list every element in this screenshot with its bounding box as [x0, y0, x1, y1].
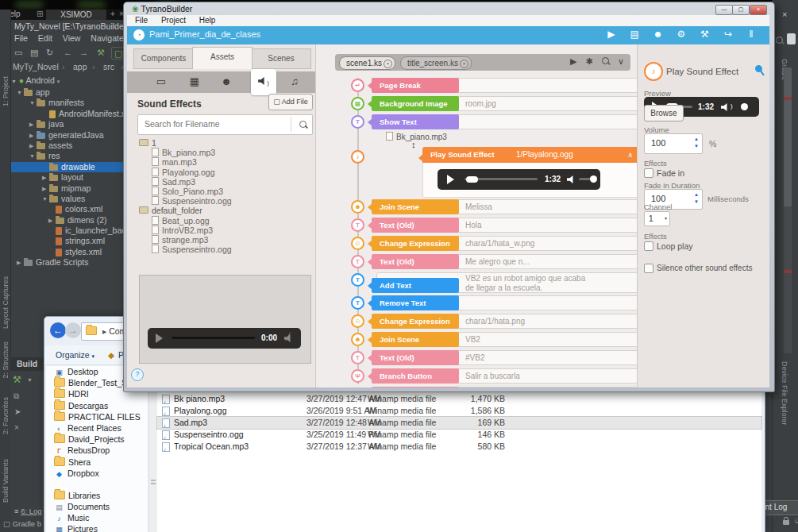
sidebar-item[interactable]: ♪Music	[46, 512, 148, 523]
tree-arrow-icon[interactable]: ▼	[29, 151, 37, 161]
organize-button[interactable]: Organize ▾	[56, 345, 94, 366]
asset-tree-item[interactable]: strange.mp3	[137, 235, 311, 245]
asset-tree-item[interactable]: Solo_Piano.mp3	[137, 187, 311, 196]
play-icon[interactable]	[447, 175, 454, 184]
characters-icon[interactable]: ☻	[218, 75, 235, 87]
sidebar-item[interactable]: ▦Pictures	[46, 523, 148, 532]
asset-tree-item[interactable]: man.mp3	[137, 157, 311, 167]
component-row[interactable]: ↵ Page Break ×	[372, 78, 653, 94]
as-menu-view[interactable]: View	[63, 33, 81, 43]
tab-assets[interactable]: Assets	[192, 47, 253, 69]
status-log[interactable]: ≡ 6: Log	[14, 507, 42, 515]
status-gradle[interactable]: ▢ Gradle b	[3, 519, 41, 528]
forward-button[interactable]: →	[65, 322, 81, 338]
silence-checkbox[interactable]	[644, 264, 653, 273]
sidebar-item[interactable]: ◆Dropbox	[46, 468, 148, 479]
project-tree-item[interactable]: ▼manifests	[10, 98, 127, 108]
search-input[interactable]	[143, 118, 285, 129]
tb-menu-file[interactable]: File	[135, 16, 148, 25]
tb-title-bar[interactable]: ❀ TyranoBuilder	[132, 4, 192, 13]
search-icon[interactable]	[299, 121, 306, 128]
asset-tree-item[interactable]: Sad.mp3	[137, 177, 311, 187]
sound-effects-icon[interactable]: )	[255, 75, 272, 87]
open-icon[interactable]: ▭	[14, 45, 22, 60]
project-tree-item[interactable]: styles.xml	[10, 247, 127, 257]
speaker-icon[interactable]	[721, 103, 730, 111]
asset-tree-item[interactable]: IntroVB2.mp3	[137, 226, 311, 235]
expanded-component[interactable]: ♪ Play Sound Effect 1/Playalong.ogg ∧ ×	[372, 147, 653, 198]
close-icon[interactable]: ×	[782, 10, 787, 19]
tree-arrow-icon[interactable]: ▶	[48, 215, 56, 226]
pin-icon[interactable]	[754, 64, 764, 74]
lock-icon[interactable]	[783, 520, 789, 525]
debug-icon[interactable]: ✱	[586, 56, 593, 66]
sidebar-item[interactable]: ΓRebusDrop	[46, 445, 148, 456]
project-tree-item[interactable]: ic_launcher_backgroun	[10, 226, 127, 236]
project-tree-item[interactable]: drawable	[10, 162, 127, 172]
as-menu-edit[interactable]: Edit	[38, 33, 52, 43]
project-tree-item[interactable]: ▶layout	[10, 172, 127, 183]
project-tree-item[interactable]: ▶mipmap	[10, 183, 127, 194]
seek-knob[interactable]	[466, 176, 478, 183]
asset-tree-item[interactable]: default_folder	[137, 206, 311, 215]
copy-icon[interactable]: ⧉	[13, 391, 19, 401]
help-icon[interactable]: ?	[131, 368, 144, 381]
tree-arrow-icon[interactable]: ▶	[29, 130, 37, 141]
asset-tree-item[interactable]: 1	[137, 138, 311, 148]
asset-tree-item[interactable]: Bk_piano.mp3	[137, 148, 311, 157]
tree-arrow-icon[interactable]: ▶	[29, 119, 37, 129]
component-row[interactable]: T Show Text ×	[372, 114, 653, 130]
file-row[interactable]: Playalong.ogg 3/26/2019 9:51 AM Winamp m…	[157, 405, 761, 417]
spinner-arrows[interactable]: ▲▼	[694, 191, 699, 206]
export-icon[interactable]: ↪	[718, 29, 738, 40]
search-icon[interactable]	[776, 37, 783, 44]
sidebar-item[interactable]: ◐Recent Places	[46, 422, 148, 434]
tool-tab-structure[interactable]: 2: Structure	[2, 341, 10, 379]
preview-play-icon[interactable]: ▶	[570, 56, 576, 66]
tb-menu-help[interactable]: Help	[199, 16, 216, 25]
build-hammer-icon[interactable]: ⚒	[97, 45, 105, 60]
asset-tree-item[interactable]: Suspenseintro.ogg	[137, 245, 311, 254]
maximize-button[interactable]: ▢	[732, 5, 750, 15]
dropdown-arrow-icon[interactable]: ▼	[27, 377, 33, 383]
as-scrollbar[interactable]	[784, 67, 792, 353]
chevron-down-icon[interactable]: ∨	[618, 56, 624, 66]
spinner-arrows[interactable]: ▲▼	[694, 136, 699, 150]
tool-tab-project[interactable]: 1: Project	[2, 76, 10, 106]
file-row[interactable]: Sad.mp3 3/27/2019 12:48 AM Winamp media …	[157, 417, 761, 429]
component-row[interactable]: T Text (Old) Me alegro que n... ×	[372, 254, 653, 270]
back-button[interactable]: ←	[50, 322, 66, 338]
tool-tab-favorites[interactable]: 2: Favorites	[2, 397, 10, 434]
component-row[interactable]: Ψ Branch Button Salir a buscarla ×	[372, 368, 653, 384]
as-menu-file[interactable]: File	[14, 33, 28, 43]
audio-icon[interactable]: ‖	[741, 29, 761, 40]
pin-icon[interactable]: ➤	[14, 407, 21, 416]
minimize-button[interactable]: —	[715, 5, 733, 15]
tree-arrow-icon[interactable]: ▼	[29, 98, 37, 108]
settings-gear-icon[interactable]: ⚙	[671, 29, 692, 40]
breadcrumb-item[interactable]: src	[103, 61, 114, 73]
loop-play-checkbox[interactable]	[644, 241, 653, 251]
file-row[interactable]: Suspenseintro.ogg 3/25/2019 11:49 PM Win…	[157, 429, 761, 441]
save-icon[interactable]: ▤	[624, 29, 645, 40]
project-tree-item[interactable]: AndroidManifest.xml	[10, 109, 127, 119]
as-editor-tab[interactable]: XSIMOD	[46, 10, 106, 20]
images-icon[interactable]: ▦	[186, 75, 203, 87]
component-row[interactable]: T Text (Old) Hola ×	[372, 218, 653, 233]
tab-scenes[interactable]: Scenes	[251, 48, 311, 69]
back-icon[interactable]: ←	[64, 45, 72, 60]
tools-icon[interactable]: ⚒	[694, 29, 715, 40]
component-row[interactable]: ▦ Background Image room.jpg ×	[372, 96, 653, 112]
project-tree-item[interactable]: ▶java	[10, 119, 127, 129]
component-row[interactable]: ☺ Change Expression chara/1/hata_w.png ×	[372, 236, 653, 252]
sidebar-item[interactable]: Libraries	[46, 490, 148, 501]
tool-tab-device-file-explorer[interactable]: Device File Explorer	[781, 361, 788, 426]
breadcrumb-item[interactable]: app	[73, 61, 87, 73]
asset-tree-item[interactable]: Suspenseintro.ogg	[137, 196, 311, 206]
project-tree-item[interactable]: strings.xml	[10, 236, 127, 246]
play-game-icon[interactable]: ▶	[601, 29, 622, 40]
file-row[interactable]: Bk piano.mp3 3/27/2019 12:47 AM Winamp m…	[157, 393, 761, 405]
project-tree-item[interactable]: ▼values	[10, 194, 127, 204]
component-row[interactable]: T Remove Text ×	[372, 295, 653, 311]
tab-components[interactable]: Components	[133, 48, 194, 69]
